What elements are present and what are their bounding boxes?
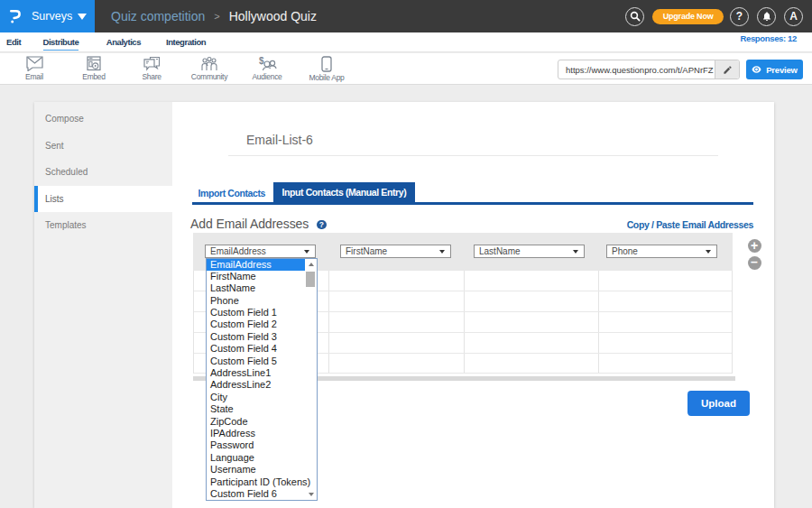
svg-text:$: $ <box>259 56 264 66</box>
